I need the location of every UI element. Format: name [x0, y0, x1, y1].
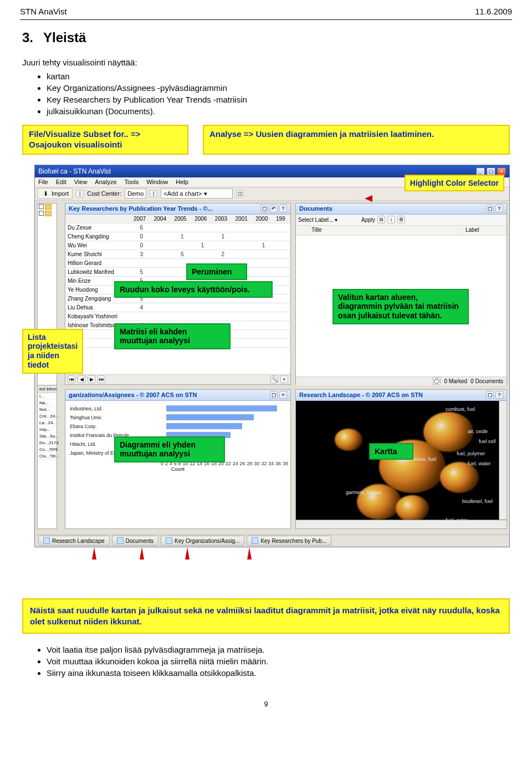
table-row[interactable]: Kume Shoichi352 — [65, 250, 290, 258]
next-icon[interactable]: ▶ — [88, 375, 95, 383]
callout-naista-saat: Näistä saat ruudulle kartan ja julkaisut… — [22, 598, 510, 634]
arrow-icon — [92, 547, 96, 560]
researcher-name: Lubkowitz Manfred — [65, 267, 131, 276]
panel-close-icon[interactable]: × — [279, 391, 287, 399]
matrix-year-header[interactable]: 2004 — [152, 215, 172, 223]
map-cluster[interactable] — [335, 429, 362, 451]
barchart-header[interactable]: ganizations/Assignees - © 2007 ACS on ST… — [65, 390, 290, 401]
project-info-panel: ect Informa I...Na...Not...Cre...24...La… — [37, 385, 57, 529]
panel-help-icon[interactable]: ? — [495, 205, 503, 212]
table-row[interactable]: Lubkowitz Manfred5 — [65, 267, 290, 276]
cell-value — [131, 312, 152, 321]
table-row[interactable]: Kobayashi Yoshinori — [65, 312, 290, 321]
table-row[interactable]: Liu Dehua4 — [65, 303, 290, 312]
apply-button[interactable]: Apply — [361, 217, 375, 223]
table-row[interactable]: Du Zexue6 — [65, 223, 290, 232]
researcher-name: Wu Wei — [65, 241, 131, 250]
column-header[interactable]: Title — [308, 226, 462, 235]
close-panel-icon[interactable]: × — [280, 375, 288, 383]
taskstrip-tab[interactable]: Key Researchers by Pub... — [247, 536, 331, 546]
menu-item[interactable]: Help — [176, 179, 188, 185]
sort-icon[interactable]: ↕ — [387, 216, 395, 223]
menu-item[interactable]: File — [38, 179, 48, 185]
info-row: Not... — [38, 406, 57, 413]
callout-highlight-color: Highlight Color Selector — [405, 175, 504, 192]
last-icon[interactable]: ⏭ — [98, 375, 105, 383]
table-row[interactable]: Cheng Kangding011 — [65, 232, 290, 241]
arrow-icon — [365, 195, 372, 202]
color-picker-icon[interactable]: ◫ — [236, 190, 244, 197]
import-button[interactable]: ⬇ Import — [37, 188, 73, 199]
label-select[interactable]: Select Label... ▾ — [298, 217, 359, 223]
matrix-year-header[interactable]: 199 — [274, 215, 290, 223]
panel-fullscreen-icon[interactable]: ▢ — [486, 391, 494, 399]
callout-peruminen: Peruminen — [186, 263, 247, 281]
matrix-panel-header[interactable]: Key Researchers by Publication Year Tren… — [65, 204, 290, 215]
column-header[interactable] — [296, 226, 308, 235]
menu-item[interactable]: View — [74, 179, 88, 185]
matrix-year-header[interactable]: 2007 — [131, 215, 152, 223]
filter-icon[interactable]: ⧉ — [377, 216, 385, 223]
map-body[interactable]: combust, fuelair, oxidefuel, polymerfuel… — [296, 401, 507, 520]
map-cluster[interactable] — [440, 462, 479, 493]
minimize-button[interactable]: _ — [476, 167, 485, 175]
matrix-year-header[interactable]: 2001 — [233, 215, 254, 223]
section-num: 3. — [22, 30, 33, 45]
table-row[interactable]: Hillion Gerard — [65, 258, 290, 267]
divider-icon: | — [76, 190, 84, 197]
panel-fullscreen-icon[interactable]: ▢ — [270, 391, 278, 399]
import-icon: ⬇ — [41, 189, 50, 198]
gear-icon[interactable]: ⚙ — [397, 216, 405, 223]
researcher-name: Cheng Kangding — [65, 232, 131, 241]
matrix-year-header[interactable]: 2005 — [172, 215, 192, 223]
first-icon[interactable]: ⏮ — [68, 375, 75, 383]
matrix-bottombar: ⏮ ◀ ▶ ⏭ 🔍 × — [65, 374, 290, 384]
panel-help-icon[interactable]: ? — [495, 391, 503, 399]
bar-row[interactable]: Ebara Corp. — [70, 422, 283, 431]
callout-lista-projekteista: Lista projekteistasi ja niiden tiedot — [22, 329, 83, 374]
close-button[interactable]: × — [497, 167, 506, 175]
cell-value — [233, 241, 254, 250]
table-row[interactable]: Wu Wei011 — [65, 241, 290, 250]
map-header[interactable]: Research Landscape - © 2007 ACS on STN ▢… — [296, 390, 507, 401]
zoom-icon[interactable]: 🔍 — [270, 375, 278, 383]
panel-fullscreen-icon[interactable]: ▢ — [260, 205, 268, 212]
matrix-year-header[interactable]: 2003 — [213, 215, 233, 223]
add-chart-select[interactable]: <Add a chart> ▾ — [161, 189, 233, 199]
map-cluster[interactable] — [396, 495, 429, 520]
taskstrip-tab[interactable]: Research Landscape — [38, 536, 110, 546]
menu-item[interactable]: Edit — [56, 179, 66, 185]
cell-value — [152, 223, 172, 232]
scrollbar-horizontal[interactable] — [296, 520, 507, 528]
panel-help-icon[interactable]: ? — [279, 205, 287, 212]
cell-value — [233, 223, 254, 232]
cell-value — [172, 223, 192, 232]
panel-fullscreen-icon[interactable]: ▢ — [486, 205, 494, 212]
documents-count: 0 Documents — [470, 378, 503, 384]
cell-value — [233, 232, 254, 241]
menu-item[interactable]: Window — [146, 179, 168, 185]
maximize-button[interactable]: ▢ — [487, 167, 495, 175]
cell-value — [274, 276, 290, 285]
menu-item[interactable]: Analyze — [95, 179, 116, 185]
cost-center-select[interactable]: Demo — [125, 189, 146, 199]
list-item: Voit muuttaa ikkunoiden kokoa ja siirrel… — [47, 657, 510, 666]
prev-icon[interactable]: ◀ — [78, 375, 85, 383]
marked-count: 0 Marked — [444, 378, 467, 384]
taskstrip-tab[interactable]: Key Organizations/Assig... — [161, 536, 244, 546]
taskstrip-tab[interactable]: Documents — [112, 536, 159, 546]
map-title: Research Landscape - © 2007 ACS on STN — [299, 391, 423, 398]
matrix-title: Key Researchers by Publication Year Tren… — [69, 205, 213, 212]
matrix-year-header[interactable]: 2000 — [253, 215, 274, 223]
documents-footer: ◯ 0 Marked 0 Documents — [296, 377, 507, 385]
panel-undo-icon[interactable]: ↶ — [270, 205, 278, 212]
checkbox-icon[interactable] — [39, 211, 44, 216]
scrollbar-vertical[interactable] — [499, 401, 507, 520]
bar-row[interactable]: Industries, Ltd. — [70, 404, 283, 413]
column-header[interactable]: Label — [462, 226, 507, 235]
menu-item[interactable]: Tools — [125, 179, 139, 185]
documents-header[interactable]: Documents ▢ ? — [296, 204, 507, 215]
checkbox-icon[interactable] — [39, 204, 44, 209]
matrix-year-header[interactable]: 2006 — [192, 215, 213, 223]
bar-row[interactable]: Tsinghua Univ. — [70, 413, 283, 422]
